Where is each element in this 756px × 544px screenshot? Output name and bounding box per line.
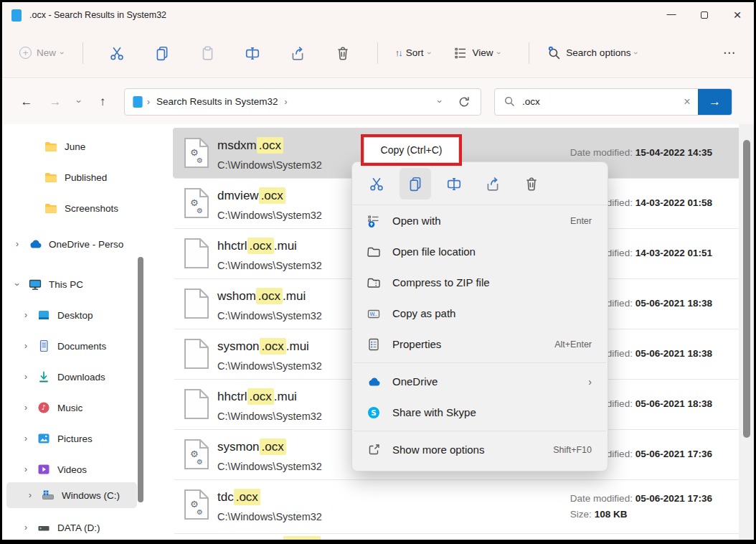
- copy-button[interactable]: [140, 37, 185, 69]
- chevron-right-icon[interactable]: ›: [21, 522, 31, 533]
- refresh-button[interactable]: [452, 90, 476, 113]
- title-bar: .ocx - Search Results in System32 — ×: [2, 2, 754, 28]
- new-button-label: New: [37, 47, 56, 58]
- sidebar-item-label: Desktop: [57, 310, 93, 321]
- chevron-right-icon[interactable]: ›: [25, 490, 35, 500]
- menu-item-show-more-options[interactable]: Show more options Shift+F10: [352, 434, 608, 465]
- breadcrumb[interactable]: Search Results in System32: [156, 96, 278, 107]
- menu-item-onedrive[interactable]: OneDrive ›: [352, 366, 608, 397]
- sidebar-item-june[interactable]: June: [2, 133, 143, 159]
- vertical-scrollbar[interactable]: [739, 124, 754, 540]
- search-input[interactable]: .ocx: [522, 96, 540, 107]
- context-cut-button[interactable]: [361, 168, 392, 200]
- search-highlight: .ocx: [234, 489, 260, 505]
- context-delete-button[interactable]: [516, 168, 547, 200]
- scissors-icon: [109, 45, 125, 61]
- sidebar-scrollbar[interactable]: [138, 257, 143, 502]
- cut-button[interactable]: [95, 37, 140, 69]
- minimize-button[interactable]: —: [655, 2, 688, 28]
- delete-button[interactable]: [321, 37, 366, 69]
- address-dropdown-button[interactable]: ›: [427, 90, 452, 113]
- search-go-button[interactable]: →: [698, 88, 732, 116]
- file-date: Date modified: 15-04-2022 14:35: [570, 145, 712, 161]
- context-rename-button[interactable]: [438, 168, 470, 200]
- sidebar-item-label: Videos: [57, 464, 87, 475]
- sidebar-item-label: Published: [65, 172, 107, 183]
- menu-item-open-with[interactable]: Open with Enter: [352, 205, 608, 236]
- sort-button[interactable]: ↑↓ Sort ›: [389, 43, 437, 62]
- recent-locations-button[interactable]: ›: [70, 88, 88, 116]
- sidebar-item-data-d[interactable]: › DATA (D:): [2, 515, 143, 540]
- plus-icon: +: [19, 47, 32, 59]
- share-button[interactable]: [275, 37, 321, 69]
- see-more-button[interactable]: ⋯: [715, 39, 744, 67]
- sidebar-item-windows-c[interactable]: › Windows (C:): [6, 482, 137, 508]
- window-controls: — ×: [655, 2, 754, 28]
- sidebar-item-label: Screenshots: [65, 203, 118, 214]
- menu-item-compress-zip[interactable]: Compress to ZIP file: [352, 267, 608, 298]
- clear-search-button[interactable]: ×: [676, 95, 698, 108]
- plain-file-icon: [183, 237, 210, 273]
- chevron-right-icon[interactable]: ›: [12, 239, 22, 249]
- chevron-right-icon[interactable]: ›: [21, 372, 31, 382]
- sidebar-item-this-pc[interactable]: › This PC: [2, 271, 143, 297]
- up-button[interactable]: ↑: [88, 88, 117, 116]
- chevron-expanded-icon[interactable]: ›: [12, 283, 23, 286]
- share-icon: [485, 176, 501, 192]
- sidebar-item-desktop[interactable]: › Desktop: [2, 302, 143, 328]
- sidebar-item-music[interactable]: › ♪ Music: [2, 395, 143, 421]
- menu-item-label: Open file location: [392, 245, 476, 258]
- file-name: hhctrl.ocx.mui: [217, 390, 297, 404]
- copy-icon: [154, 45, 170, 61]
- search-highlight: .ocx: [259, 187, 285, 204]
- chevron-right-icon[interactable]: ›: [21, 403, 31, 413]
- file-row-tdc[interactable]: ⚙⚙ tdc.ocx C:\Windows\System32 Date modi…: [173, 479, 741, 533]
- address-bar[interactable]: › Search Results in System32 › ›: [124, 88, 481, 116]
- music-icon: ♪: [37, 400, 51, 415]
- navigation-bar: ← → › ↑ › Search Results in System32 › ›…: [2, 79, 754, 124]
- file-path: C:\Windows\System32: [217, 411, 322, 422]
- new-button[interactable]: + New ›: [12, 42, 71, 63]
- sidebar-item-downloads[interactable]: › Downloads: [2, 364, 143, 390]
- downloads-icon: [37, 370, 51, 384]
- chevron-right-icon[interactable]: ›: [21, 464, 31, 474]
- breadcrumb-separator: ›: [285, 97, 288, 107]
- menu-item-share-with-skype[interactable]: S Share with Skype: [352, 397, 608, 428]
- sidebar-item-onedrive[interactable]: › OneDrive - Perso: [2, 231, 143, 257]
- sidebar-item-videos[interactable]: › Videos: [2, 456, 143, 482]
- scrollbar-thumb[interactable]: [743, 140, 750, 438]
- search-options-button[interactable]: Search options ›: [541, 41, 643, 65]
- file-path: C:\Windows\System32: [217, 260, 322, 271]
- chevron-down-icon: ›: [74, 100, 85, 103]
- sidebar-item-pictures[interactable]: › Pictures: [2, 426, 143, 451]
- maximize-button[interactable]: [688, 2, 721, 28]
- chevron-right-icon[interactable]: ›: [21, 433, 31, 444]
- context-copy-button[interactable]: [400, 168, 431, 200]
- context-share-button[interactable]: [477, 168, 509, 200]
- close-button[interactable]: ×: [721, 2, 754, 28]
- forward-icon: →: [49, 95, 62, 109]
- menu-item-properties[interactable]: Properties Alt+Enter: [352, 329, 608, 360]
- rename-button[interactable]: [230, 37, 275, 69]
- minimize-icon: —: [667, 9, 676, 19]
- search-highlight: .ocx: [260, 338, 286, 355]
- view-button[interactable]: View ›: [448, 42, 506, 65]
- sidebar-item-published[interactable]: Published: [2, 164, 143, 190]
- sort-icon: ↑↓: [395, 47, 402, 58]
- arrow-right-icon: →: [709, 95, 721, 109]
- menu-item-copy-as-path[interactable]: W.. Copy as path: [352, 298, 608, 329]
- sidebar-item-screenshots[interactable]: Screenshots: [2, 195, 143, 221]
- menu-item-open-file-location[interactable]: Open file location: [352, 236, 608, 267]
- refresh-icon: [458, 95, 471, 108]
- forward-button[interactable]: →: [41, 88, 70, 116]
- search-box[interactable]: .ocx × →: [494, 88, 732, 116]
- documents-icon: [37, 339, 51, 353]
- file-name: dmview.ocx: [217, 189, 285, 203]
- menu-item-label: Compress to ZIP file: [392, 276, 490, 289]
- chevron-right-icon[interactable]: ›: [21, 341, 31, 351]
- paste-button[interactable]: [185, 37, 230, 69]
- chevron-right-icon[interactable]: ›: [21, 310, 31, 320]
- ocx-file-icon: ⚙⚙: [183, 438, 210, 474]
- back-button[interactable]: ←: [12, 88, 41, 116]
- sidebar-item-documents[interactable]: › Documents: [2, 333, 143, 359]
